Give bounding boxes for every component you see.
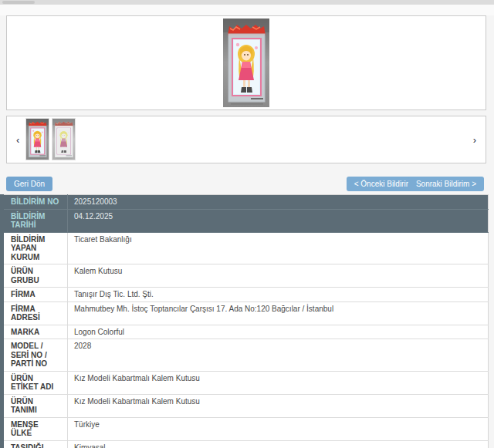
- field-value: Mahmutbey Mh. İstoç Toptancılar Çarşısı …: [68, 301, 489, 325]
- field-label: TAŞIDIĞI RİSKLER: [2, 440, 68, 448]
- table-row: ÜRÜN TANIMI Kız Modeli Kabartmalı Kalem …: [2, 394, 489, 417]
- product-photo: [223, 19, 269, 107]
- table-row: FİRMA Tanışır Dış Tic. Ltd. Şti.: [2, 288, 489, 302]
- back-button[interactable]: Geri Dön: [6, 177, 52, 191]
- product-image-panel: [6, 15, 486, 110]
- table-row: TAŞIDIĞI RİSKLER Kimyasal: [2, 440, 489, 448]
- field-label: MENŞE ÜLKE: [2, 417, 68, 440]
- field-label: ÜRÜN GRUBU: [2, 264, 68, 288]
- table-row: BİLDİRİM TARİHİ 04.12.2025: [2, 209, 489, 232]
- table-row: BİLDİRİM YAPAN KURUM Ticaret Bakanlığı: [2, 232, 489, 264]
- field-label: BİLDİRİM NO: [2, 195, 68, 210]
- field-value: Ticaret Bakanlığı: [68, 232, 489, 264]
- field-value: Kız Modeli Kabartmalı Kalem Kutusu: [68, 394, 489, 417]
- thumbnail-1-image: [26, 119, 49, 160]
- field-label: ÜRÜN TANIMI: [2, 394, 68, 417]
- table-row: MODEL / SERİ NO / PARTİ NO 2028: [2, 339, 489, 372]
- field-label: ÜRÜN ETİKET ADI: [2, 371, 68, 394]
- field-value: Kalem Kutusu: [68, 264, 489, 288]
- top-spacer: [0, 5, 494, 15]
- table-row: MARKA Logon Colorful: [2, 325, 489, 339]
- table-row: MENŞE ÜLKE Türkiye: [2, 417, 489, 440]
- field-label: FİRMA ADRESİ: [2, 301, 68, 325]
- field-label: BİLDİRİM TARİHİ: [2, 209, 68, 232]
- table-row: BİLDİRİM NO 2025120003: [2, 195, 489, 210]
- field-value: Kimyasal: [68, 440, 489, 448]
- field-value: Logon Colorful: [68, 325, 489, 339]
- table-row: ÜRÜN ETİKET ADI Kız Modeli Kabartmalı Ka…: [2, 371, 489, 394]
- field-value: Kız Modeli Kabartmalı Kalem Kutusu: [68, 371, 489, 394]
- top-bar-segment: [2, 1, 35, 4]
- field-value: Tanışır Dış Tic. Ltd. Şti.: [68, 288, 489, 302]
- table-row: ÜRÜN GRUBU Kalem Kutusu: [2, 264, 489, 288]
- table-row: FİRMA ADRESİ Mahmutbey Mh. İstoç Toptanc…: [2, 301, 489, 325]
- field-value: 04.12.2025: [68, 209, 489, 232]
- thumbnail-1[interactable]: [25, 118, 49, 160]
- field-label: MODEL / SERİ NO / PARTİ NO: [2, 339, 68, 372]
- next-notification-button[interactable]: Sonraki Bildirim >: [408, 177, 484, 191]
- field-label: MARKA: [2, 325, 68, 339]
- field-value: Türkiye: [68, 417, 489, 440]
- field-value: 2028: [68, 339, 489, 372]
- thumbnail-2-image: [52, 119, 75, 160]
- field-value: 2025120003: [68, 195, 489, 210]
- field-label: FİRMA: [2, 288, 68, 302]
- notification-detail-table: BİLDİRİM NO 2025120003 BİLDİRİM TARİHİ 0…: [0, 194, 489, 448]
- field-label: BİLDİRİM YAPAN KURUM: [2, 232, 68, 264]
- thumbnail-carousel: ‹ ›: [6, 116, 486, 163]
- carousel-prev-icon[interactable]: ‹: [13, 132, 22, 148]
- carousel-next-icon[interactable]: ›: [470, 132, 479, 148]
- thumbnail-2[interactable]: [52, 118, 76, 160]
